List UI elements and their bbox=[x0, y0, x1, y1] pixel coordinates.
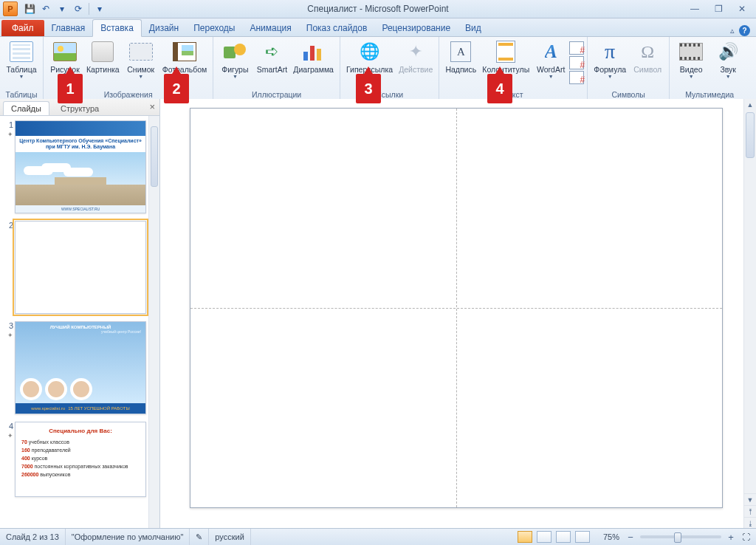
panel-tabs: Слайды Структура × bbox=[0, 99, 159, 116]
slide-number: 3✦ bbox=[3, 321, 15, 414]
tab-outline[interactable]: Структура bbox=[52, 101, 107, 115]
close-button[interactable]: ✕ bbox=[735, 4, 749, 14]
help-icon[interactable]: ? bbox=[739, 25, 750, 36]
group-links: 🌐 Гиперссылка ✦ Действие Ссылки bbox=[340, 37, 439, 100]
chart-icon bbox=[303, 43, 324, 61]
thumb-row: 3✦ ЛУЧШИЙ КОМПЬЮТЕРНЫЙ учебный центр Рос… bbox=[3, 321, 146, 414]
slides-panel: Слайды Структура × 1✦ Центр Компьютерног… bbox=[0, 99, 160, 529]
status-language[interactable]: русский bbox=[209, 529, 250, 545]
view-buttons bbox=[512, 529, 597, 545]
tab-animations[interactable]: Анимация bbox=[242, 20, 298, 36]
prev-slide-icon[interactable]: ⭱ bbox=[744, 505, 756, 517]
tab-transitions[interactable]: Переходы bbox=[186, 20, 242, 36]
table-button[interactable]: Таблица▼ bbox=[3, 38, 40, 80]
view-slideshow-button[interactable] bbox=[575, 531, 590, 543]
slide-canvas[interactable] bbox=[190, 108, 723, 508]
tab-slides[interactable]: Слайды bbox=[3, 101, 49, 115]
separator bbox=[89, 3, 89, 15]
object-icon[interactable] bbox=[569, 71, 584, 84]
tab-view[interactable]: Вид bbox=[458, 20, 489, 36]
workspace: Слайды Структура × 1✦ Центр Компьютерног… bbox=[0, 99, 756, 529]
screenshot-button[interactable]: Снимок▼ bbox=[123, 38, 159, 80]
shapes-button[interactable]: Фигуры▼ bbox=[216, 38, 253, 80]
zoom-in-button[interactable]: + bbox=[726, 532, 736, 543]
hyperlink-button[interactable]: 🌐 Гиперссылка bbox=[343, 38, 396, 75]
slide-thumb-1[interactable]: Центр Компьютерного Обучения «Специалист… bbox=[15, 120, 146, 213]
editor-scrollbar[interactable]: ▲ ▼ ⭱ ⭳ bbox=[743, 99, 756, 529]
spellcheck-icon: ✎ bbox=[196, 532, 202, 542]
headerfooter-button[interactable]: Колонтитулы bbox=[479, 38, 532, 75]
guide-horizontal[interactable] bbox=[190, 308, 722, 309]
next-slide-icon[interactable]: ⭳ bbox=[744, 517, 756, 529]
zoom-out-button[interactable]: − bbox=[625, 532, 636, 543]
zoom-slider[interactable] bbox=[640, 535, 721, 538]
status-spellcheck[interactable]: ✎ bbox=[190, 529, 209, 545]
smartart-button[interactable]: ➪ SmartArt bbox=[253, 38, 290, 75]
title-bar: P 💾 ↶ ▾ ⟳ ▾ Специалист - Microsoft Power… bbox=[0, 0, 756, 18]
thumbnails: 1✦ Центр Компьютерного Обучения «Специал… bbox=[0, 116, 159, 529]
save-icon[interactable]: 💾 bbox=[24, 3, 35, 15]
tab-home[interactable]: Главная bbox=[44, 20, 93, 36]
file-tab[interactable]: Файл bbox=[1, 20, 44, 36]
slidenumber-icon[interactable] bbox=[569, 56, 584, 69]
qat-customize-icon[interactable]: ▾ bbox=[94, 3, 106, 15]
thumbs-scrollbar[interactable] bbox=[148, 116, 159, 529]
status-theme: "Оформление по умолчанию" bbox=[66, 529, 190, 545]
panel-close-icon[interactable]: × bbox=[149, 101, 155, 112]
view-sorter-button[interactable] bbox=[537, 531, 551, 543]
minimize-button[interactable]: — bbox=[688, 4, 701, 14]
tabs-help-area: ▵ ? bbox=[730, 25, 756, 36]
group-text: A Надпись Колонтитулы A WordArt▼ Текст bbox=[439, 37, 588, 100]
tab-design[interactable]: Дизайн bbox=[142, 20, 186, 36]
tab-slideshow[interactable]: Показ слайдов bbox=[299, 20, 375, 36]
view-reading-button[interactable] bbox=[556, 531, 571, 543]
audio-button[interactable]: 🔊 Звук▼ bbox=[709, 38, 746, 80]
scroll-up-icon[interactable]: ▲ bbox=[744, 99, 756, 111]
scroll-down-icon[interactable]: ▼ bbox=[744, 493, 756, 505]
slide-thumb-4[interactable]: Специально для Вас: 70 учебных классов 1… bbox=[15, 422, 146, 497]
datetime-icon[interactable] bbox=[569, 41, 584, 55]
video-button[interactable]: Видео▼ bbox=[673, 38, 709, 80]
window-controls: — ❐ ✕ bbox=[688, 4, 756, 14]
tab-review[interactable]: Рецензирование bbox=[374, 20, 458, 36]
redo-icon[interactable]: ▾ bbox=[56, 3, 68, 15]
slide-thumb-2[interactable] bbox=[15, 221, 146, 314]
chart-button[interactable]: Диаграмма bbox=[290, 38, 337, 75]
repeat-icon[interactable]: ⟳ bbox=[72, 3, 84, 15]
action-button[interactable]: ✦ Действие bbox=[396, 38, 436, 75]
zoom-value[interactable]: 75% bbox=[597, 529, 625, 545]
group-symbols: π Формула▼ Ω Символ Символы bbox=[588, 37, 670, 100]
ribbon-tabs: Файл Главная Вставка Дизайн Переходы Ани… bbox=[0, 18, 756, 37]
smartart-icon: ➪ bbox=[261, 44, 283, 60]
equation-button[interactable]: π Формула▼ bbox=[591, 38, 629, 80]
picture-button[interactable]: Рисунок bbox=[47, 38, 83, 75]
view-normal-button[interactable] bbox=[518, 531, 532, 543]
window-title: Специалист - Microsoft PowerPoint bbox=[0, 4, 756, 14]
tab-insert[interactable]: Вставка bbox=[92, 19, 142, 37]
camera-icon bbox=[129, 43, 153, 61]
textbox-icon: A bbox=[450, 41, 471, 62]
slide-editor[interactable]: ▲ ▼ ⭱ ⭳ bbox=[160, 99, 756, 529]
photoalbum-button[interactable]: Фотоальбом▼ bbox=[159, 38, 210, 80]
group-images: Рисунок Картинка Снимок▼ Фотоальбом▼ Изо… bbox=[44, 37, 213, 100]
slide-thumb-3[interactable]: ЛУЧШИЙ КОМПЬЮТЕРНЫЙ учебный центр России… bbox=[15, 321, 146, 414]
thumb-row: 2 bbox=[3, 221, 146, 314]
textbox-button[interactable]: A Надпись bbox=[442, 38, 479, 75]
omega-icon: Ω bbox=[641, 42, 654, 62]
fit-button[interactable]: ⛶ bbox=[736, 529, 756, 545]
slide-number: 4✦ bbox=[3, 422, 15, 497]
wordart-button[interactable]: A WordArt▼ bbox=[532, 38, 569, 80]
clipart-button[interactable]: Картинка bbox=[83, 38, 123, 75]
slide-number: 2 bbox=[3, 221, 15, 314]
globe-link-icon: 🌐 bbox=[359, 42, 381, 61]
status-bar: Слайд 2 из 13 "Оформление по умолчанию" … bbox=[0, 528, 756, 545]
action-icon: ✦ bbox=[405, 42, 426, 61]
undo-icon[interactable]: ↶ bbox=[40, 3, 52, 15]
album-icon bbox=[173, 42, 196, 61]
maximize-button[interactable]: ❐ bbox=[712, 4, 725, 14]
wordart-icon: A bbox=[545, 41, 557, 63]
symbol-button[interactable]: Ω Символ bbox=[629, 38, 666, 75]
ribbon-minimize-icon[interactable]: ▵ bbox=[730, 26, 735, 35]
picture-icon bbox=[53, 42, 77, 61]
group-tables: Таблица▼ Таблицы bbox=[0, 37, 44, 100]
